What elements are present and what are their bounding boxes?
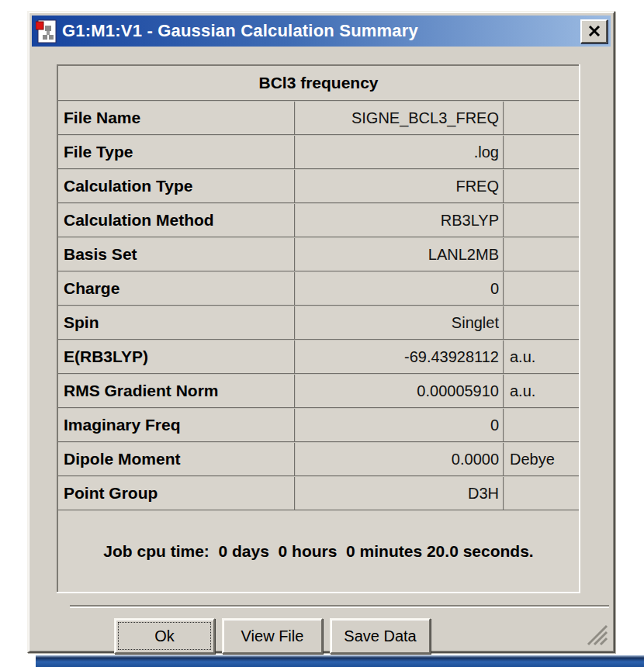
row-label: Spin	[57, 306, 295, 340]
row-unit: a.u.	[504, 374, 580, 408]
summary-table: BCl3 frequency File NameSIGNE_BCL3_FREQF…	[57, 64, 580, 593]
resize-grip[interactable]	[580, 621, 608, 646]
row-unit	[504, 408, 580, 442]
table-row: E(RB3LYP)-69.43928112a.u.	[57, 340, 580, 374]
row-unit	[504, 237, 580, 271]
row-value: -69.43928112	[295, 340, 504, 374]
row-value: .log	[295, 135, 504, 169]
table-row: File Type.log	[57, 135, 580, 169]
row-label: Imaginary Freq	[57, 408, 295, 442]
row-label: File Name	[57, 101, 295, 135]
row-unit	[504, 271, 580, 306]
table-row: Point GroupD3H	[57, 476, 580, 510]
row-label: Basis Set	[57, 237, 295, 271]
row-value: 0	[295, 271, 504, 306]
save-data-button[interactable]: Save Data	[330, 618, 431, 654]
table-title: BCl3 frequency	[57, 65, 580, 101]
row-label: Point Group	[57, 476, 295, 510]
table-row: Imaginary Freq0	[57, 408, 580, 442]
row-value: 0.00005910	[295, 374, 504, 408]
row-value: Singlet	[295, 306, 504, 340]
row-label: Charge	[57, 271, 295, 306]
background-window-edge	[36, 655, 644, 667]
view-file-button[interactable]: View File	[222, 618, 323, 654]
button-row: Ok View File Save Data	[114, 618, 611, 654]
row-label: File Type	[57, 135, 295, 169]
row-unit	[504, 101, 580, 135]
separator-line	[70, 605, 609, 608]
dialog-window: G1:M1:V1 - Gaussian Calculation Summary …	[27, 11, 615, 653]
table-header-row: BCl3 frequency	[57, 65, 580, 101]
row-label: Calculation Type	[57, 169, 295, 203]
row-value: LANL2MB	[295, 237, 504, 271]
row-unit	[504, 476, 580, 510]
table-row: Charge0	[57, 271, 580, 306]
ok-button[interactable]: Ok	[114, 618, 215, 654]
row-label: Dipole Moment	[57, 442, 295, 476]
row-unit: a.u.	[504, 340, 580, 374]
row-label: RMS Gradient Norm	[57, 374, 295, 408]
row-label: Calculation Method	[57, 203, 295, 237]
table-row: Basis SetLANL2MB	[57, 237, 580, 271]
app-icon[interactable]	[36, 19, 57, 43]
cpu-time-text: Job cpu time: 0 days 0 hours 0 minutes 2…	[103, 540, 533, 563]
screenshot-stage: G1:M1:V1 - Gaussian Calculation Summary …	[0, 0, 644, 667]
table-footer-row: Job cpu time: 0 days 0 hours 0 minutes 2…	[57, 510, 580, 593]
dialog-content: BCl3 frequency File NameSIGNE_BCL3_FREQF…	[32, 47, 611, 654]
row-value: D3H	[295, 476, 504, 510]
row-unit	[504, 306, 580, 340]
table-row: SpinSinglet	[57, 306, 580, 340]
window-title: G1:M1:V1 - Gaussian Calculation Summary	[62, 21, 580, 41]
row-value: 0.0000	[295, 442, 504, 476]
row-unit	[504, 169, 580, 203]
row-value: FREQ	[295, 169, 504, 203]
titlebar[interactable]: G1:M1:V1 - Gaussian Calculation Summary	[32, 16, 611, 47]
table-row: RMS Gradient Norm0.00005910a.u.	[57, 374, 580, 408]
row-unit	[504, 203, 580, 237]
row-value: 0	[295, 408, 504, 442]
row-unit	[504, 135, 580, 169]
row-label: E(RB3LYP)	[57, 340, 295, 374]
table-row: Dipole Moment0.0000Debye	[57, 442, 580, 476]
close-icon	[588, 26, 601, 36]
table-row: File NameSIGNE_BCL3_FREQ	[57, 101, 580, 135]
close-button[interactable]	[580, 19, 608, 43]
row-unit: Debye	[504, 442, 580, 476]
table-row: Calculation MethodRB3LYP	[57, 203, 580, 237]
row-value: RB3LYP	[295, 203, 504, 237]
table-row: Calculation TypeFREQ	[57, 169, 580, 203]
row-value: SIGNE_BCL3_FREQ	[295, 101, 504, 135]
cpu-time-cell: Job cpu time: 0 days 0 hours 0 minutes 2…	[57, 510, 580, 593]
